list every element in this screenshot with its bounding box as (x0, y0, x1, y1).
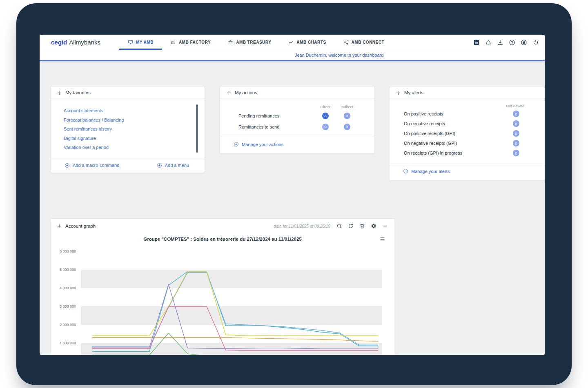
linkedin-icon[interactable]: in (473, 39, 480, 46)
circled-plus-icon (157, 163, 162, 168)
chart-menu-icon[interactable] (379, 236, 385, 243)
alert-row-negative-receipts: On negative receipts 0 (390, 119, 544, 129)
data-timestamp: data for 11/01/2025 at 09:26:19 (274, 224, 330, 228)
series-orange (92, 338, 378, 341)
manage-alerts-label: Manage your alerts (411, 169, 450, 174)
count-badge-indirect: 0 (344, 113, 350, 119)
favorite-link-digital-signature[interactable]: Digital signature (64, 134, 192, 143)
nav-tab-amb-connect[interactable]: AMB CONNECT (335, 35, 393, 50)
favorite-link-variation-period[interactable]: Variation over a period (64, 143, 192, 152)
factory-icon (171, 40, 176, 45)
count-badge: 0 (513, 120, 519, 127)
nav-tab-label: AMB TREASURY (236, 40, 271, 44)
monitor-icon (128, 40, 133, 45)
favorite-link-forecast-balances[interactable]: Forecast balances / Balancing (64, 115, 192, 125)
count-badge-indirect: 0 (344, 124, 350, 130)
chart-title: Groupe "COMPTES" : Soldes en trésorerie … (143, 237, 301, 242)
move-icon[interactable] (57, 224, 62, 228)
logo-cegid: cegid (51, 39, 67, 46)
nav-tab-amb-factory[interactable]: AMB FACTORY (162, 35, 219, 50)
gear-icon[interactable] (371, 223, 376, 229)
help-icon[interactable] (509, 39, 515, 46)
svg-text:6 000 000: 6 000 000 (60, 249, 76, 253)
favorite-link-sent-remittances[interactable]: Sent remittances history (64, 124, 192, 134)
bell-icon[interactable] (485, 39, 492, 46)
trash-icon[interactable] (359, 223, 365, 229)
action-row-remittances-to-send: Remittances to send 0 0 (220, 122, 374, 131)
alert-row-label: On receipts (GPI) in progress (404, 151, 462, 155)
alert-row-negative-receipts-gpi: On negative receipts (GPI) 0 (390, 138, 544, 148)
my-alerts-card: My alerts Not viewed On positive receipt… (389, 86, 544, 181)
user-icon[interactable] (521, 39, 527, 46)
column-indirect: Indirect (336, 104, 358, 109)
column-not-viewed: Not viewed (390, 99, 544, 109)
logo-allmybanks: Allmybanks (69, 39, 100, 46)
favorites-scrollbar[interactable] (196, 104, 198, 153)
favorites-list: Account statements Forecast balances / B… (51, 99, 205, 159)
count-badge: 0 (513, 140, 519, 146)
action-row-label: Pending remittances (238, 113, 315, 118)
my-actions-card: My actions Direct Indirect Pending remit… (220, 86, 375, 154)
circled-plus-icon (65, 163, 70, 168)
graph-card-header: Account graph data for 11/01/2025 at 09:… (51, 219, 394, 233)
utility-icons: in (473, 35, 539, 50)
power-icon[interactable] (532, 39, 539, 46)
add-macro-command-label: Add a macro-command (73, 163, 119, 168)
nav-tab-label: MY AMB (136, 40, 154, 44)
manage-actions-label: Manage your actions (242, 142, 283, 147)
collapse-icon[interactable] (382, 223, 388, 229)
favorites-card-footer: Add a macro-command Add a menu (51, 159, 205, 173)
svg-text:2 000 000: 2 000 000 (60, 323, 76, 327)
actions-column-headers: Direct Indirect (220, 99, 374, 109)
nav-tab-label: AMB CHARTS (296, 40, 326, 44)
widget-cards-row: My favorites Account statements Forecast… (50, 86, 545, 181)
move-icon[interactable] (57, 91, 62, 95)
welcome-banner: Jean Duchemin, welcome to your dashboard (40, 50, 545, 61)
card-title: My favorites (65, 90, 91, 95)
move-icon[interactable] (396, 91, 401, 95)
circled-arrow-icon (403, 169, 408, 174)
bank-icon (228, 40, 233, 45)
action-row-label: Remittances to send (238, 124, 315, 129)
refresh-icon[interactable] (348, 223, 354, 229)
move-icon[interactable] (227, 91, 231, 95)
add-menu-button[interactable]: Add a menu (157, 163, 189, 168)
chart-icon (288, 40, 294, 45)
top-navigation-bar: cegid Allmybanks MY AMB AMB FACTORY AMB … (40, 35, 545, 50)
count-badge-direct: 0 (322, 124, 329, 130)
zoom-icon[interactable] (336, 223, 342, 229)
count-badge: 0 (513, 150, 519, 156)
nav-tab-amb-charts[interactable]: AMB CHARTS (280, 35, 334, 50)
circled-arrow-icon (234, 142, 239, 147)
svg-text:3 000 000: 3 000 000 (60, 304, 76, 308)
graph-meta: data for 11/01/2025 at 09:26:19 (274, 223, 388, 229)
connect-icon (343, 40, 349, 45)
alert-row-label: On positive receipts (404, 111, 443, 116)
nav-tab-label: AMB CONNECT (352, 40, 385, 44)
svg-text:5 000 000: 5 000 000 (60, 268, 76, 272)
favorite-link-account-statements[interactable]: Account statements (64, 106, 192, 115)
app-logo[interactable]: cegid Allmybanks (51, 35, 100, 50)
card-title: My actions (235, 90, 257, 95)
nav-tab-amb-treasury[interactable]: AMB TREASURY (219, 35, 280, 50)
alerts-card-footer: Manage your alerts (390, 164, 544, 180)
svg-text:4 000 000: 4 000 000 (60, 286, 76, 290)
add-menu-label: Add a menu (165, 163, 189, 168)
action-row-pending-remittances: Pending remittances 3 0 (220, 111, 374, 120)
add-macro-command-button[interactable]: Add a macro-command (65, 163, 119, 168)
nav-tab-my-amb[interactable]: MY AMB (119, 35, 162, 50)
svg-text:1 000 000: 1 000 000 (60, 341, 76, 345)
graph-toolbar (336, 223, 388, 229)
manage-alerts-button[interactable]: Manage your alerts (403, 169, 450, 174)
nav-tab-label: AMB FACTORY (179, 40, 211, 44)
svg-text:in: in (475, 41, 478, 44)
alert-row-label: On positive receipts (GPI) (404, 131, 455, 136)
download-icon[interactable] (497, 39, 503, 46)
alert-row-label: On negative receipts (GPI) (404, 141, 457, 146)
my-favorites-card: My favorites Account statements Forecast… (50, 86, 205, 173)
manage-actions-button[interactable]: Manage your actions (234, 142, 283, 147)
welcome-text: Jean Duchemin, welcome to your dashboard (295, 53, 384, 58)
main-nav: MY AMB AMB FACTORY AMB TREASURY AMB CHAR… (119, 35, 393, 50)
favorites-card-header: My favorites (51, 86, 205, 99)
count-badge-direct: 3 (322, 113, 329, 119)
